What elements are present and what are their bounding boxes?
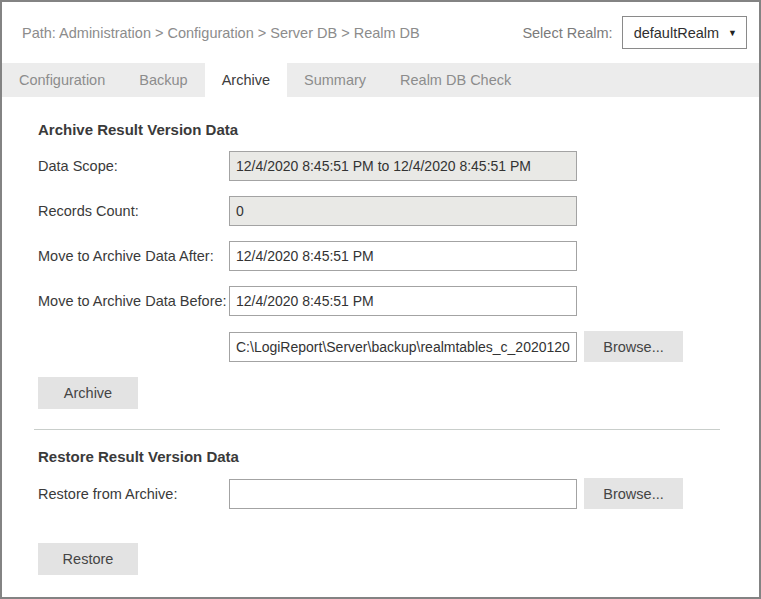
archive-path-input[interactable] bbox=[229, 332, 577, 362]
restore-from-row: Restore from Archive: Browse... bbox=[38, 478, 723, 509]
tab-archive[interactable]: Archive bbox=[205, 63, 287, 97]
move-before-input[interactable] bbox=[229, 286, 577, 316]
select-realm-area: Select Realm: defaultRealm ▼ bbox=[522, 16, 747, 49]
section-divider bbox=[34, 429, 720, 430]
restore-section-title: Restore Result Version Data bbox=[38, 448, 723, 465]
tab-configuration[interactable]: Configuration bbox=[2, 63, 122, 97]
archive-button-row: Archive bbox=[38, 377, 723, 409]
move-after-label: Move to Archive Data After: bbox=[38, 248, 229, 264]
move-after-input[interactable] bbox=[229, 241, 577, 271]
data-scope-label: Data Scope: bbox=[38, 158, 229, 174]
records-count-field bbox=[229, 196, 577, 226]
archive-section-title: Archive Result Version Data bbox=[38, 121, 723, 138]
realm-db-admin-page: Path: Administration > Configuration > S… bbox=[0, 0, 761, 599]
data-scope-field bbox=[229, 151, 577, 181]
move-before-label: Move to Archive Data Before: bbox=[38, 293, 229, 309]
archive-button[interactable]: Archive bbox=[38, 377, 138, 409]
realm-select-dropdown[interactable]: defaultRealm ▼ bbox=[622, 16, 747, 49]
move-before-row: Move to Archive Data Before: bbox=[38, 286, 723, 316]
header: Path: Administration > Configuration > S… bbox=[2, 2, 759, 63]
tab-content-archive: Archive Result Version Data Data Scope: … bbox=[2, 97, 759, 575]
restore-from-label: Restore from Archive: bbox=[38, 486, 229, 502]
restore-browse-button[interactable]: Browse... bbox=[584, 478, 683, 509]
restore-button-row: Restore bbox=[38, 543, 723, 575]
breadcrumb: Path: Administration > Configuration > S… bbox=[22, 25, 420, 41]
tab-backup[interactable]: Backup bbox=[122, 63, 204, 97]
move-after-row: Move to Archive Data After: bbox=[38, 241, 723, 271]
tab-bar: Configuration Backup Archive Summary Rea… bbox=[2, 63, 759, 97]
archive-browse-button[interactable]: Browse... bbox=[584, 331, 683, 362]
restore-from-input[interactable] bbox=[229, 479, 577, 509]
records-count-row: Records Count: bbox=[38, 196, 723, 226]
restore-button[interactable]: Restore bbox=[38, 543, 138, 575]
archive-path-row: Browse... bbox=[38, 331, 723, 362]
chevron-down-icon: ▼ bbox=[728, 28, 737, 38]
data-scope-row: Data Scope: bbox=[38, 151, 723, 181]
tab-summary[interactable]: Summary bbox=[287, 63, 383, 97]
records-count-label: Records Count: bbox=[38, 203, 229, 219]
select-realm-label: Select Realm: bbox=[522, 25, 612, 41]
tab-realm-db-check[interactable]: Realm DB Check bbox=[383, 63, 528, 97]
realm-select-value: defaultRealm bbox=[634, 25, 719, 41]
